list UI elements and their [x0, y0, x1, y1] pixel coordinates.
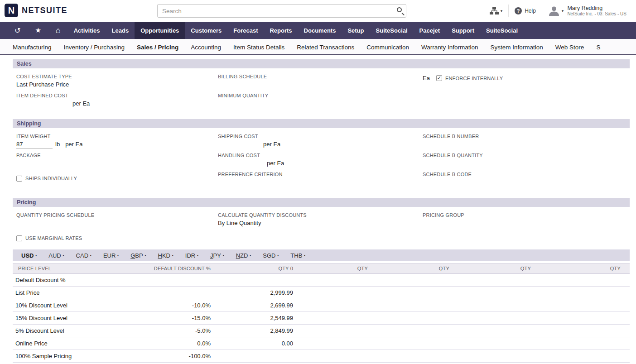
currency-menu-icon[interactable]: ▪	[35, 254, 37, 258]
currency-menu-icon[interactable]: ▪	[197, 254, 198, 258]
item-weight-input[interactable]: 87	[16, 141, 53, 148]
qty-cell	[540, 325, 630, 337]
help-button[interactable]: ? Help	[508, 5, 542, 17]
stock-units-value: Ea	[423, 75, 430, 81]
use-marginal-rates-checkbox[interactable]	[16, 235, 22, 241]
table-row-list-price: List Price 2,999.99	[13, 287, 630, 299]
section-title: Sales	[17, 61, 32, 67]
subtab-warranty-information[interactable]: Warranty Information	[421, 44, 478, 51]
column-header-qty-0: QTY 0	[220, 263, 302, 274]
subtab-web-store[interactable]: Web Store	[555, 44, 584, 51]
currency-menu-icon[interactable]: ▪	[223, 254, 224, 258]
package-label: PACKAGE	[16, 153, 218, 158]
chevron-down-icon: ▾	[501, 9, 503, 13]
currency-tab-idr[interactable]: IDR▪	[179, 252, 204, 259]
currency-menu-icon[interactable]: ▪	[145, 254, 146, 258]
currency-menu-icon[interactable]: ▪	[172, 254, 173, 258]
subtab-inventory-purchasing[interactable]: Inventory / Purchasing	[64, 44, 125, 51]
qty-cell	[377, 312, 458, 325]
column-header-price-level: PRICE LEVEL	[13, 263, 142, 274]
nav-leads[interactable]: Leads	[106, 22, 135, 39]
discount-cell: -100.0%	[142, 350, 220, 363]
netsuite-page: N NETSUITE ▾ ? Help	[0, 0, 636, 363]
subtab-system-information[interactable]: System Information	[491, 44, 543, 51]
shipping-section-body: ITEM WEIGHT 87lbper Ea PACKAGE SHIPS IND…	[13, 128, 630, 192]
calculate-quantity-discounts-value: By Line Quantity	[218, 220, 423, 227]
schedule-b-code-field: SCHEDULE B CODE	[423, 172, 630, 191]
nav-suitesocial-1[interactable]: SuiteSocial	[370, 22, 414, 39]
nav-opportunities[interactable]: Opportunities	[135, 22, 185, 39]
pricing-column-3: PRICING GROUP	[423, 212, 630, 244]
package-value	[16, 160, 218, 167]
section-title: Shipping	[17, 120, 41, 127]
search-icon[interactable]	[397, 7, 402, 12]
quick-menu[interactable]: ▾	[484, 5, 509, 17]
nav-documents[interactable]: Documents	[298, 22, 342, 39]
nav-activities[interactable]: Activities	[68, 22, 106, 39]
currency-tab-cad[interactable]: CAD▪	[70, 252, 97, 259]
home-icon[interactable]: ⌂	[48, 22, 68, 39]
nav-forecast[interactable]: Forecast	[227, 22, 264, 39]
pricing-group-label: PRICING GROUP	[423, 212, 630, 218]
currency-menu-icon[interactable]: ▪	[250, 254, 251, 258]
recent-records-icon[interactable]: ↺	[7, 22, 28, 39]
currency-menu-icon[interactable]: ▪	[63, 254, 64, 258]
shortcuts-star-icon[interactable]: ★	[28, 22, 48, 39]
price-level-cell: Online Price	[13, 337, 142, 350]
currency-tab-jpy[interactable]: JPY▪	[204, 252, 230, 259]
subtab-manufacturing[interactable]: Manufacturing	[13, 44, 52, 51]
subtab-sales-pricing[interactable]: Sales / Pricing	[137, 44, 178, 51]
currency-menu-icon[interactable]: ▪	[117, 254, 119, 258]
qty0-cell: 2,849.99	[220, 325, 302, 337]
discount-cell	[142, 274, 220, 287]
currency-menu-icon[interactable]: ▪	[277, 254, 279, 258]
qty-cell	[302, 312, 377, 325]
user-info: Mary Redding NetSuite Inc. - 03: Sales -…	[567, 5, 626, 17]
item-defined-cost-field: ITEM DEFINED COST per Ea	[16, 93, 218, 112]
currency-tab-thb[interactable]: THB▪	[284, 252, 311, 259]
billing-schedule-label: BILLING SCHEDULE	[218, 74, 423, 79]
item-defined-cost-suffix: per Ea	[16, 100, 218, 107]
enforce-internally-checkbox[interactable]: ✓	[436, 75, 442, 81]
shipping-column-1: ITEM WEIGHT 87lbper Ea PACKAGE SHIPS IND…	[16, 134, 218, 191]
price-level-cell: 5% Discount Level	[13, 325, 142, 337]
subtab-item-status-details[interactable]: Item Status Details	[233, 44, 284, 51]
pricing-section-body: QUANTITY PRICING SCHEDULE USE MARGINAL R…	[13, 207, 630, 246]
user-avatar-icon	[548, 6, 560, 16]
currency-tab-aud[interactable]: AUD▪	[43, 252, 70, 259]
currency-menu-icon[interactable]: ▪	[90, 254, 92, 258]
price-level-cell: Default Discount %	[13, 274, 142, 287]
currency-tab-hkd[interactable]: HKD▪	[152, 252, 179, 259]
subtab-communication[interactable]: Communication	[366, 44, 409, 51]
nav-support[interactable]: Support	[446, 22, 480, 39]
subtab-related-transactions[interactable]: Related Transactions	[297, 44, 354, 51]
qty-cell	[302, 299, 377, 312]
handling-cost-suffix: per Ea	[218, 160, 423, 167]
checkmark-icon: ✓	[437, 75, 441, 81]
sales-column-1: COST ESTIMATE TYPE Last Purchase Price I…	[16, 74, 218, 112]
currency-tab-eur[interactable]: EUR▪	[97, 252, 125, 259]
user-menu[interactable]: ▾ Mary Redding NetSuite Inc. - 03: Sales…	[542, 5, 632, 17]
currency-menu-icon[interactable]: ▪	[304, 254, 305, 258]
currency-tab-gbp[interactable]: GBP▪	[125, 252, 152, 259]
currency-tab-nzd[interactable]: NZD▪	[230, 252, 257, 259]
nav-customers[interactable]: Customers	[185, 22, 227, 39]
nav-suitesocial-2[interactable]: SuiteSocial	[480, 22, 524, 39]
cost-estimate-type-label: COST ESTIMATE TYPE	[16, 74, 218, 79]
nav-reports[interactable]: Reports	[264, 22, 298, 39]
ships-individually-checkbox[interactable]	[16, 176, 22, 182]
nav-setup[interactable]: Setup	[342, 22, 370, 39]
discount-cell: -15.0%	[142, 312, 220, 325]
currency-tab-sgd[interactable]: SGD▪	[257, 252, 284, 259]
subtab-cutoff[interactable]: S	[596, 44, 600, 51]
search-input[interactable]	[157, 4, 406, 18]
subtab-accounting[interactable]: Accounting	[191, 44, 221, 51]
qty-cell	[458, 350, 540, 363]
cost-estimate-type-field: COST ESTIMATE TYPE Last Purchase Price	[16, 74, 218, 93]
qty-cell	[377, 287, 458, 299]
use-marginal-rates-label: USE MARGINAL RATES	[25, 235, 82, 241]
pricing-column-2: CALCULATE QUANTITY DISCOUNTS By Line Qua…	[218, 212, 423, 244]
nav-pacejet[interactable]: Pacejet	[414, 22, 446, 39]
currency-tab-usd[interactable]: USD▪	[15, 252, 43, 259]
netsuite-logo[interactable]: N NETSUITE	[5, 4, 67, 17]
